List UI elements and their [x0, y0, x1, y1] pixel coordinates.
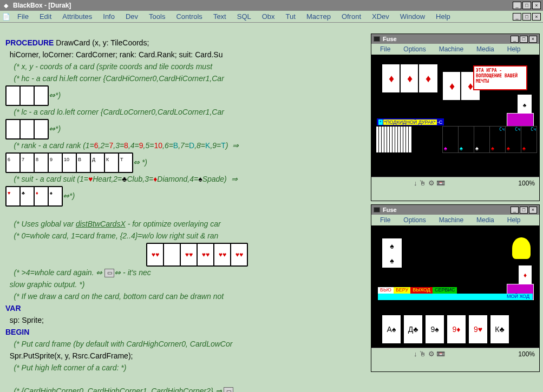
btn-servis[interactable]: СЕРВИС: [433, 287, 457, 294]
fuse-icon: [374, 207, 380, 212]
fuse-icon: [374, 36, 380, 42]
hand-card[interactable]: 9♥: [468, 314, 488, 344]
doc-window-buttons: _ □ ×: [513, 13, 541, 21]
inline-nav-button[interactable]: ▭: [224, 387, 233, 392]
main-titlebar: ◆ BlackBox - [Durak] _ □ ×: [0, 0, 543, 11]
kw-var: VAR: [5, 304, 21, 313]
lo-corner-sprites: [5, 119, 49, 139]
fuse-menu-help[interactable]: Help: [501, 215, 527, 225]
fuse-menu-file[interactable]: File: [374, 215, 397, 225]
game-title-bar: **ПОДКИДНОЙ ДУРАК*-C: [377, 118, 444, 125]
status-icons: ↓ 🖱 ⚙ 📼: [414, 179, 445, 187]
menu-info[interactable]: Info: [97, 11, 120, 22]
inline-nav-button[interactable]: ▭: [104, 269, 114, 277]
menu-help[interactable]: Help: [430, 11, 456, 22]
menu-window[interactable]: Window: [395, 11, 430, 22]
fuse2-screen: ♠♠ ♦ БЬЮ БЕРУ ВЫХОД СЕРВИС МОЙ ХОД A♠ Д♣…: [371, 225, 539, 348]
document-icon: 📄: [2, 13, 10, 21]
fuse-menu-media[interactable]: Media: [470, 215, 501, 225]
menu-obx[interactable]: Obx: [257, 11, 280, 22]
fuse-menu-machine[interactable]: Machine: [433, 44, 470, 54]
app-icon: ◆: [2, 2, 10, 9]
menu-ofront[interactable]: Ofront: [336, 11, 367, 22]
menu-file[interactable]: File: [12, 11, 34, 22]
fuse1-maximize-button[interactable]: □: [520, 36, 528, 43]
minimize-button[interactable]: _: [513, 2, 521, 9]
fuse-menu-options[interactable]: Options: [397, 215, 432, 225]
hi-corner-sprites: [5, 85, 49, 106]
trump-card: ♠♠: [381, 237, 403, 269]
fuse1-menubar: File Options Machine Media Help: [371, 44, 539, 55]
fuse2-close-button[interactable]: ×: [529, 207, 537, 214]
side-card: ♦: [518, 264, 533, 286]
fuse1-screen: ♦ ♦ ♦ ♦ ♦ ЭТА ИГРА - ВОПЛОЩЕНИЕ ВАШЕЙ МЕ…: [371, 55, 539, 177]
rank-sprites: 678910ВДКТ: [5, 152, 133, 173]
main-menubar: 📄 File Edit Attributes Info Dev Tools Co…: [0, 11, 543, 23]
btn-vyhod[interactable]: ВЫХОД: [410, 287, 433, 294]
zoom-level: 100%: [518, 180, 535, 187]
kw-procedure: PROCEDURE: [5, 38, 54, 47]
close-button[interactable]: ×: [532, 2, 541, 9]
dealer-face-icon: [512, 237, 531, 259]
window-buttons: _ □ ×: [513, 2, 541, 9]
fuse2-maximize-button[interactable]: □: [520, 207, 528, 214]
turn-indicator: МОЙ ХОД: [378, 294, 533, 300]
menu-edit[interactable]: Edit: [34, 11, 57, 22]
fuse2-menubar: File Options Machine Media Help: [371, 215, 539, 225]
fuse-menu-media[interactable]: Media: [470, 44, 501, 54]
hand-card[interactable]: A♠: [381, 314, 402, 344]
menu-master[interactable]: Мастер: [301, 11, 336, 22]
fuse-menu-machine[interactable]: Machine: [433, 215, 470, 225]
menu-dev[interactable]: Dev: [120, 11, 143, 22]
fuse-window-2: Fuse _ □ × File Options Machine Media He…: [371, 204, 540, 372]
fuse-menu-options[interactable]: Options: [397, 44, 432, 54]
opponent-stack: [377, 126, 412, 153]
player-hand: ♠ ♠ ♠ Cч♠ Cч♠ Cч♠: [443, 126, 537, 153]
window-title: BlackBox - [Durak]: [13, 2, 513, 9]
hand-card[interactable]: Д♣: [403, 314, 423, 344]
fuse2-titlebar: Fuse _ □ ×: [371, 205, 539, 215]
hand-card[interactable]: К♣: [489, 314, 510, 344]
fuse-menu-help[interactable]: Help: [501, 44, 527, 54]
hand-card[interactable]: 9♠: [424, 314, 445, 344]
kw-begin: BEGIN: [5, 328, 29, 336]
fuse1-minimize-button[interactable]: _: [511, 36, 519, 43]
fuse2-statusbar: ↓ 🖱 ⚙ 📼 100%: [371, 348, 539, 360]
status-icons: ↓ 🖱 ⚙ 📼: [414, 350, 445, 358]
fuse2-minimize-button[interactable]: _: [511, 207, 519, 214]
suit-sprites: ♥♣♦♠: [5, 186, 63, 207]
btn-byu[interactable]: БЬЮ: [378, 287, 394, 294]
player-hand: A♠ Д♣ 9♠ 9♦ 9♥ К♣: [381, 314, 510, 344]
menu-tools[interactable]: Tools: [143, 11, 171, 22]
doc-restore-button[interactable]: □: [522, 13, 531, 21]
menu-attributes[interactable]: Attributes: [57, 11, 97, 22]
overlay-sprites: ♥♥♥♥♥♥♥♥♥♥: [146, 243, 248, 267]
doc-close-button[interactable]: ×: [532, 13, 541, 21]
fuse-menu-file[interactable]: File: [374, 44, 397, 54]
menu-text[interactable]: Text: [208, 11, 232, 22]
hand-card[interactable]: 9♦: [446, 314, 467, 344]
menu-tut[interactable]: Tut: [280, 11, 301, 22]
fuse1-titlebar: Fuse _ □ ×: [371, 34, 539, 44]
zoom-level: 100%: [518, 350, 535, 358]
dream-bubble: ЭТА ИГРА - ВОПЛОЩЕНИЕ ВАШЕЙ МЕЧТЫ: [473, 65, 527, 90]
maximize-button[interactable]: □: [522, 2, 531, 9]
menu-controls[interactable]: Controls: [171, 11, 207, 22]
btn-beru[interactable]: БЕРУ: [394, 287, 410, 294]
menu-xdev[interactable]: XDev: [367, 11, 395, 22]
menu-sql[interactable]: SQL: [232, 11, 257, 22]
action-bars: БЬЮ БЕРУ ВЫХОД СЕРВИС МОЙ ХОД: [378, 287, 533, 300]
doc-minimize-button[interactable]: _: [513, 13, 521, 21]
fuse1-close-button[interactable]: ×: [529, 36, 537, 43]
fuse-window-1: Fuse _ □ × File Options Machine Media He…: [371, 34, 540, 201]
fuse1-statusbar: ↓ 🖱 ⚙ 📼 100%: [371, 177, 539, 189]
